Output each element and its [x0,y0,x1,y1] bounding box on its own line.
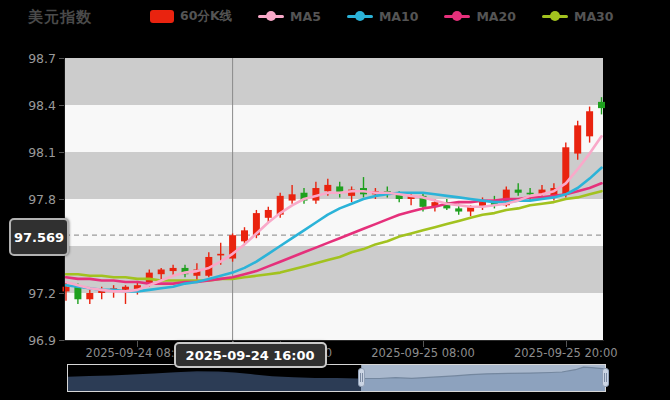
legend-item-ma5[interactable]: MA5 [258,9,321,24]
candle[interactable] [455,208,462,211]
x-axis-tick [423,341,424,347]
x-axis-tick [137,341,138,347]
x-axis-line [64,340,604,341]
ma30-line [66,191,602,280]
y-axis-label: 98.7 [4,51,56,66]
legend: 60分K线MA5MA10MA20MA30 [150,6,613,26]
y-axis-line [64,58,65,341]
x-axis-tick [566,341,567,347]
candle[interactable] [574,125,581,153]
candle[interactable] [86,293,93,299]
kline-chart-app: 美元指数 60分K线MA5MA10MA20MA30 98.798.498.197… [0,0,670,400]
y-axis-label: 98.1 [4,145,56,160]
x-axis-label: 2025-09-25 20:00 [514,346,618,360]
candle[interactable] [217,254,224,256]
candle[interactable] [74,287,81,300]
candle[interactable] [598,102,605,108]
legend-label: MA10 [379,9,419,24]
x-axis-label: 2025-09-25 08:00 [371,346,475,360]
candle[interactable] [265,210,272,218]
navigator-left-handle[interactable] [358,368,365,387]
candle[interactable] [527,193,534,195]
legend-item-ma20[interactable]: MA20 [444,9,516,24]
navigator-canvas [68,365,605,391]
candle[interactable] [241,230,248,241]
ma-line-icon [542,11,568,21]
legend-label: MA5 [290,9,321,24]
candle[interactable] [562,147,569,194]
ma-line-icon [258,11,284,21]
price-marker-label: 97.569 [9,218,69,256]
ma-line-icon [347,11,373,21]
legend-label: MA30 [574,9,614,24]
navigator-right-handle[interactable] [602,368,609,387]
candle[interactable] [515,190,522,193]
kline-swatch [150,10,174,23]
ma-line-icon [444,11,470,21]
y-axis-label: 96.9 [4,333,56,348]
candle[interactable] [158,270,165,275]
y-axis-label: 97.8 [4,192,56,207]
candle[interactable] [289,194,296,200]
data-zoom-navigator[interactable] [67,364,606,392]
candle[interactable] [324,185,331,191]
page-title: 美元指数 [28,8,92,27]
legend-label: 60分K线 [180,8,232,25]
legend-item-ma10[interactable]: MA10 [347,9,419,24]
ma5-line [66,136,602,291]
candle[interactable] [122,287,129,290]
candle[interactable] [170,268,177,271]
y-axis-label: 97.2 [4,286,56,301]
legend-item-ma30[interactable]: MA30 [542,9,614,24]
candle[interactable] [586,111,593,136]
crosshair-tooltip: 2025-09-24 16:00 [174,342,327,368]
y-axis-label: 98.4 [4,98,56,113]
legend-label: MA20 [476,9,516,24]
legend-item-kline[interactable]: 60分K线 [150,8,232,25]
